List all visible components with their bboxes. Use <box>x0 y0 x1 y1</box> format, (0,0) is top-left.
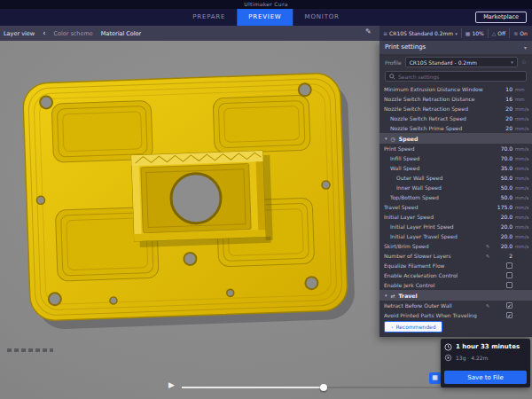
chevron-left-icon: ‹ <box>391 324 393 330</box>
setting-row[interactable]: Enable Jerk Control <box>379 280 532 290</box>
color-scheme-dropdown[interactable]: Material Color <box>101 30 141 37</box>
setting-value[interactable]: 50.0 <box>491 184 512 191</box>
setting-value <box>491 262 512 270</box>
back-icon[interactable]: ‹ <box>43 26 45 41</box>
profile-label: Profile <box>385 59 402 66</box>
setting-row[interactable]: Skirt/Brim Speed✎20.0mm/s <box>379 241 532 251</box>
timeline-handle[interactable] <box>320 384 327 391</box>
setting-row[interactable]: Equalize Filament Flow <box>379 261 532 270</box>
model-3d[interactable] <box>14 66 360 337</box>
setting-value[interactable]: 16 <box>491 96 512 102</box>
profile-icon: ≡ <box>383 30 387 36</box>
chevron-down-icon: ▾ <box>455 31 458 36</box>
setting-row[interactable]: Nozzle Switch Retraction Distance16mm <box>379 94 532 104</box>
setting-label: Infill Speed <box>384 155 484 161</box>
setting-checkbox[interactable]: ✓ <box>506 302 512 309</box>
setting-row[interactable]: Retract Before Outer Wall✎✓ <box>379 301 532 310</box>
section-header-speed[interactable]: ▾◷Speed <box>379 133 532 144</box>
setting-row[interactable]: Print Speed70.0mm/s <box>379 144 532 153</box>
play-button[interactable]: ▶ <box>168 379 175 390</box>
chevron-down-icon: ▾ <box>524 41 527 54</box>
save-to-file-button[interactable]: Save to File <box>444 371 527 384</box>
setting-row[interactable]: Enable Acceleration Control <box>379 270 532 280</box>
setting-checkbox[interactable]: ✓ <box>506 312 512 318</box>
pencil-icon[interactable]: ✎ <box>484 244 491 249</box>
support-chip[interactable]: △ Off <box>489 30 509 36</box>
setting-checkbox[interactable] <box>506 282 512 288</box>
tab-preview[interactable]: PREVIEW <box>237 9 293 26</box>
setting-value[interactable]: 70.0 <box>491 145 512 152</box>
setting-row[interactable]: Wall Speed35.0mm/s <box>379 163 532 173</box>
chevron-down-icon: ▾ <box>385 136 387 141</box>
pencil-icon[interactable]: ✎ <box>365 27 372 35</box>
setting-label: Minimum Extrusion Distance Window <box>384 86 484 92</box>
setting-checkbox[interactable] <box>506 262 512 269</box>
setting-row[interactable]: Minimum Extrusion Distance Window10mm <box>379 84 532 94</box>
setting-row[interactable]: Number of Slower Layers✎2 <box>379 251 532 261</box>
setting-row[interactable]: Top/Bottom Speed50.0mm/s <box>379 192 532 202</box>
favorite-star-icon[interactable]: ☆ <box>521 59 527 66</box>
setting-unit: mm <box>512 87 528 92</box>
setting-value[interactable]: 2 <box>491 253 512 259</box>
support-chip-label: Off <box>497 30 505 36</box>
setting-value[interactable]: 50.0 <box>491 194 512 200</box>
setting-value[interactable]: 20 <box>491 125 512 131</box>
setting-row[interactable]: Outer Wall Speed50.0mm/s <box>379 173 532 183</box>
speedometer-icon: ◷ <box>391 136 395 142</box>
setting-label: Nozzle Switch Retraction Speed <box>384 106 484 112</box>
setting-row[interactable]: Initial Layer Speed20.0mm/s <box>379 212 532 222</box>
preview-stage-icon[interactable]: ▦ <box>429 372 441 384</box>
setting-unit: mm/s <box>512 234 528 239</box>
profile-chip[interactable]: ≡ CR10S Standard 0.2mm ▾ <box>379 30 461 36</box>
setting-unit: mm/s <box>512 224 528 230</box>
pencil-icon[interactable]: ✎ <box>484 254 491 259</box>
setting-value[interactable]: 70.0 <box>491 155 512 161</box>
setting-row[interactable]: Nozzle Switch Retract Speed20mm/s <box>379 113 532 123</box>
setting-unit: mm/s <box>512 126 528 131</box>
setting-label: Print Speed <box>384 145 484 152</box>
tab-monitor[interactable]: MONITOR <box>293 9 351 26</box>
adhesion-chip-label: On <box>520 30 528 36</box>
setting-value[interactable]: 20.0 <box>491 214 512 220</box>
timeline-progress <box>182 387 322 388</box>
infill-chip[interactable]: ▦ 10% <box>462 30 488 36</box>
marketplace-button[interactable]: Marketplace <box>475 12 527 23</box>
print-settings-header[interactable]: Print settings ▾ <box>379 41 532 54</box>
setting-value[interactable]: 20.0 <box>491 233 512 239</box>
setting-value[interactable]: 20 <box>491 115 512 121</box>
setting-row[interactable]: Initial Layer Print Speed20.0mm/s <box>379 222 532 231</box>
setting-value[interactable]: 10 <box>491 86 512 92</box>
tab-prepare[interactable]: PREPARE <box>181 9 237 26</box>
setting-label: Equalize Filament Flow <box>384 262 484 269</box>
setting-label: Retract Before Outer Wall <box>384 302 484 309</box>
object-list-item[interactable] <box>7 348 53 352</box>
setting-row[interactable]: Nozzle Switch Retraction Speed20mm/s <box>379 104 532 113</box>
section-header-travel[interactable]: ▾⇄Travel <box>379 290 532 301</box>
profile-dropdown[interactable]: CR10S Standard - 0.2mm ▾ <box>405 57 518 67</box>
search-input[interactable] <box>398 74 522 80</box>
setting-value[interactable]: 20.0 <box>491 223 512 230</box>
app-title: Ultimaker Cura <box>244 1 287 7</box>
setting-value[interactable]: 20.0 <box>491 243 512 249</box>
setting-value[interactable]: 20 <box>491 106 512 112</box>
pencil-icon[interactable]: ✎ <box>484 303 491 309</box>
search-box[interactable] <box>385 71 527 82</box>
setting-label: Outer Wall Speed <box>384 175 484 181</box>
setting-row[interactable]: Travel Speed175.0mm/s <box>379 202 532 212</box>
view-mode-dropdown[interactable]: Layer view <box>4 30 35 37</box>
material-usage-row: 13g · 4.22m <box>444 354 527 362</box>
setting-value[interactable]: 50.0 <box>491 175 512 181</box>
setting-row[interactable]: Avoid Printed Parts When Traveling✓ <box>379 310 532 320</box>
recommended-button[interactable]: ‹ Recommended <box>384 321 442 332</box>
adhesion-chip[interactable]: ≋ On <box>510 30 531 36</box>
setting-unit: mm/s <box>512 116 528 121</box>
setting-row[interactable]: Nozzle Switch Prime Speed20mm/s <box>379 123 532 133</box>
recommended-label: Recommended <box>395 324 435 330</box>
setting-row[interactable]: Inner Wall Speed50.0mm/s <box>379 183 532 192</box>
profile-chip-label: CR10S Standard 0.2mm <box>389 30 453 36</box>
setting-value[interactable]: 175.0 <box>491 204 512 210</box>
setting-value[interactable]: 35.0 <box>491 165 512 171</box>
setting-checkbox[interactable] <box>506 272 512 278</box>
setting-row[interactable]: Infill Speed70.0mm/s <box>379 153 532 163</box>
setting-row[interactable]: Initial Layer Travel Speed20.0mm/s <box>379 231 532 241</box>
